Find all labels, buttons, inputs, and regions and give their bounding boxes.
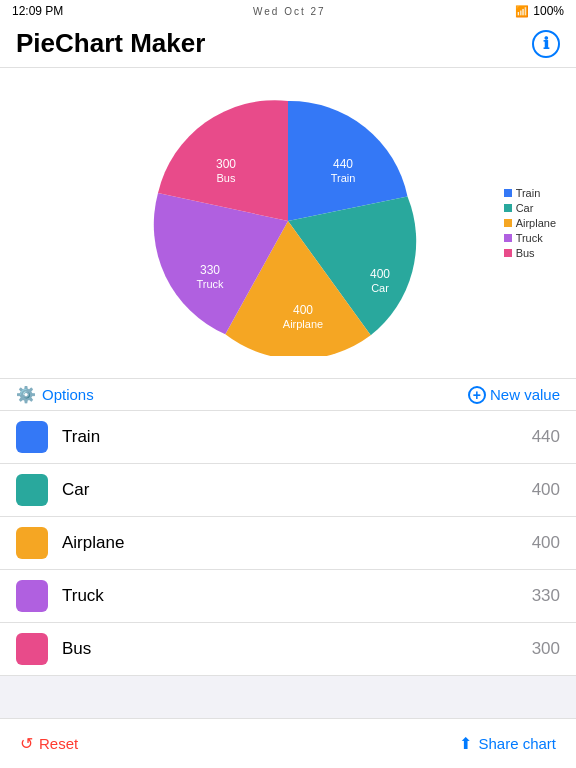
chart-area: 440 Train 400 Car 400 Airplane 330 Truck… xyxy=(0,68,576,378)
share-label: Share chart xyxy=(478,735,556,752)
item-value-train: 440 xyxy=(532,427,560,447)
options-button[interactable]: ⚙️ Options xyxy=(16,385,94,404)
legend-item-train: Train xyxy=(504,187,556,199)
chart-legend: Train Car Airplane Truck Bus xyxy=(504,187,556,259)
item-label-airplane: Airplane xyxy=(62,533,532,553)
battery-pct: 100% xyxy=(533,4,564,18)
label-bus-name: Bus xyxy=(217,172,236,184)
legend-item-truck: Truck xyxy=(504,232,556,244)
legend-label-train: Train xyxy=(516,187,541,199)
legend-color-car xyxy=(504,204,512,212)
legend-label-car: Car xyxy=(516,202,534,214)
item-label-truck: Truck xyxy=(62,586,532,606)
pie-chart-container: 440 Train 400 Car 400 Airplane 330 Truck… xyxy=(138,86,438,360)
list-item[interactable]: Truck 330 xyxy=(0,570,576,623)
status-date: Wed Oct 27 xyxy=(253,6,326,17)
share-icon: ⬆ xyxy=(459,734,472,753)
gear-icon: ⚙️ xyxy=(16,385,36,404)
plus-circle-icon: + xyxy=(468,386,486,404)
share-button[interactable]: ⬆ Share chart xyxy=(459,734,556,753)
data-list: Train 440 Car 400 Airplane 400 Truck 330… xyxy=(0,411,576,676)
label-car-value: 400 xyxy=(370,267,390,281)
label-airplane-value: 400 xyxy=(293,303,313,317)
new-value-label: New value xyxy=(490,386,560,403)
legend-label-truck: Truck xyxy=(516,232,543,244)
legend-label-bus: Bus xyxy=(516,247,535,259)
label-airplane-name: Airplane xyxy=(283,318,323,330)
legend-color-truck xyxy=(504,234,512,242)
item-value-airplane: 400 xyxy=(532,533,560,553)
reset-label: Reset xyxy=(39,735,78,752)
item-value-bus: 300 xyxy=(532,639,560,659)
label-car-name: Car xyxy=(371,282,389,294)
item-label-car: Car xyxy=(62,480,532,500)
swatch-bus xyxy=(16,633,48,665)
label-truck-name: Truck xyxy=(196,278,224,290)
swatch-train xyxy=(16,421,48,453)
info-button[interactable]: ℹ xyxy=(532,30,560,58)
legend-item-car: Car xyxy=(504,202,556,214)
status-bar: 12:09 PM Wed Oct 27 📶 100% xyxy=(0,0,576,22)
label-bus-value: 300 xyxy=(216,157,236,171)
legend-item-bus: Bus xyxy=(504,247,556,259)
swatch-truck xyxy=(16,580,48,612)
app-title: PieChart Maker xyxy=(16,28,205,59)
header: PieChart Maker ℹ xyxy=(0,22,576,68)
reset-icon: ↺ xyxy=(20,734,33,753)
swatch-airplane xyxy=(16,527,48,559)
list-item[interactable]: Airplane 400 xyxy=(0,517,576,570)
legend-color-train xyxy=(504,189,512,197)
reset-button[interactable]: ↺ Reset xyxy=(20,734,78,753)
options-label: Options xyxy=(42,386,94,403)
bottom-bar: ↺ Reset ⬆ Share chart xyxy=(0,718,576,768)
legend-color-bus xyxy=(504,249,512,257)
item-value-truck: 330 xyxy=(532,586,560,606)
list-item[interactable]: Car 400 xyxy=(0,464,576,517)
legend-item-airplane: Airplane xyxy=(504,217,556,229)
pie-chart: 440 Train 400 Car 400 Airplane 330 Truck… xyxy=(138,86,438,356)
list-item[interactable]: Train 440 xyxy=(0,411,576,464)
item-label-bus: Bus xyxy=(62,639,532,659)
status-time: 12:09 PM xyxy=(12,4,63,18)
list-item[interactable]: Bus 300 xyxy=(0,623,576,676)
wifi-icon: 📶 xyxy=(515,5,529,18)
options-bar: ⚙️ Options + New value xyxy=(0,378,576,411)
legend-color-airplane xyxy=(504,219,512,227)
item-value-car: 400 xyxy=(532,480,560,500)
item-label-train: Train xyxy=(62,427,532,447)
label-truck-value: 330 xyxy=(200,263,220,277)
new-value-button[interactable]: + New value xyxy=(468,386,560,404)
status-right: 📶 100% xyxy=(515,4,564,18)
label-train-name: Train xyxy=(331,172,356,184)
label-train-value: 440 xyxy=(333,157,353,171)
swatch-car xyxy=(16,474,48,506)
legend-label-airplane: Airplane xyxy=(516,217,556,229)
